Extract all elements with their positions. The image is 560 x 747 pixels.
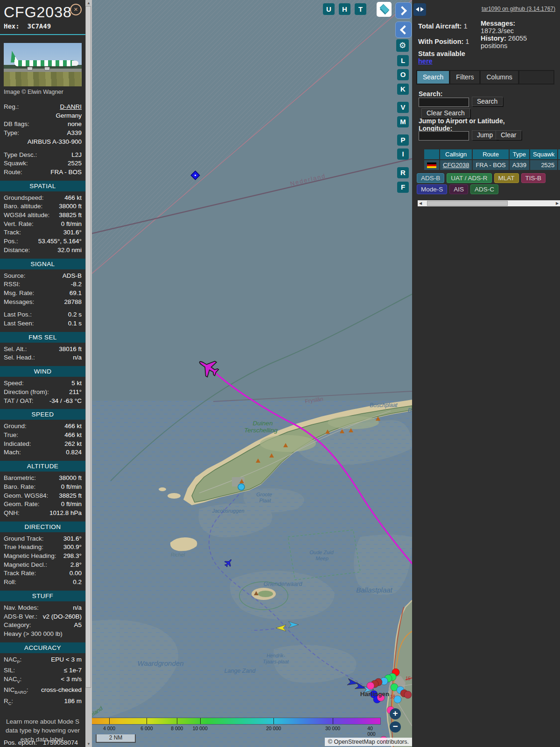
jump-button[interactable]: Jump: [472, 130, 498, 140]
sidebar-collapse-button[interactable]: [395, 21, 412, 38]
data-label: RC:: [4, 697, 13, 708]
data-value: 466 kt: [20, 431, 82, 440]
search-input[interactable]: [419, 98, 469, 107]
data-label: DB flags:: [4, 120, 29, 129]
map-button-t[interactable]: T: [355, 3, 366, 15]
tab-columns[interactable]: Columns: [481, 71, 518, 84]
map-button-i[interactable]: I: [397, 148, 409, 160]
zoom-out-button[interactable]: −: [390, 721, 401, 733]
column-header[interactable]: Alt. (ft): [558, 149, 560, 159]
column-header[interactable]: Route: [473, 149, 508, 159]
callsign-link[interactable]: CFG2038: [443, 162, 469, 169]
scroll-left-icon[interactable]: ◀: [418, 200, 423, 206]
map-attribution[interactable]: © OpenStreetMap contributors.: [325, 738, 412, 746]
scale-tick-label: 40 000: [367, 726, 376, 737]
gear-icon[interactable]: ⚙: [396, 39, 409, 52]
scale-tick: [109, 718, 110, 724]
layers-icon[interactable]: [377, 2, 392, 17]
map[interactable]: NederlandFryslânBoschplaatBoschpDuinenTe…: [92, 0, 412, 747]
map-button-h[interactable]: H: [339, 3, 350, 15]
chevron-left-icon: [400, 25, 409, 35]
map-button-o[interactable]: O: [397, 69, 409, 80]
map-button-u[interactable]: U: [323, 3, 335, 15]
close-icon[interactable]: ×: [70, 4, 82, 15]
sidebar-expand-button[interactable]: [395, 2, 412, 19]
hex-code: Hex: 3C7A49: [4, 22, 82, 30]
data-row: Distance:32.0 nmi: [4, 246, 82, 255]
scale-tick-label: 4 000: [103, 726, 115, 731]
data-row: Reg.:D-ANRI: [4, 103, 82, 112]
scroll-up-icon[interactable]: ▲: [85, 0, 92, 6]
squawk-cell: 2525: [530, 160, 557, 170]
data-label: Geom. Rate:: [4, 500, 40, 509]
data-row: Type Desc.:L2J: [4, 151, 82, 160]
section-header: SPATIAL: [0, 181, 85, 191]
total-aircraft: Total Aircraft: 1: [418, 22, 468, 30]
callsign-cell[interactable]: CFG2038: [440, 160, 472, 170]
data-value: ADS-B: [28, 272, 82, 281]
search-button[interactable]: Search: [472, 97, 503, 106]
toggle-panel-button[interactable]: [413, 3, 426, 16]
map-button-p[interactable]: P: [397, 134, 409, 146]
data-value: A5: [33, 621, 82, 630]
scroll-right-icon[interactable]: ▶: [554, 200, 560, 206]
hex-label: Hex:: [4, 22, 20, 30]
data-value: 32.0 nmi: [32, 246, 82, 255]
jump-input[interactable]: [419, 131, 469, 141]
data-label: True Heading:: [4, 543, 43, 552]
clear-search-button[interactable]: Clear Search: [421, 108, 470, 118]
map-label: Richel: [171, 552, 185, 557]
scale-tick-label: 6 000: [140, 726, 153, 731]
data-label: Magnetic Heading:: [4, 552, 56, 561]
map-button-l[interactable]: L: [397, 55, 409, 66]
data-label: Magnetic Decl.:: [4, 561, 47, 570]
panel-tabs: SearchFiltersColumns: [416, 70, 554, 85]
data-label: TAT / OAT:: [4, 397, 34, 406]
map-button-v[interactable]: V: [397, 102, 409, 113]
data-row: Magnetic Decl.:2.8°: [4, 561, 82, 570]
data-value: 2.8°: [49, 561, 82, 570]
section-header: STUFF: [0, 591, 85, 601]
github-link[interactable]: tar1090 on github (3.14.1767): [482, 6, 555, 12]
data-row: Speed:5 kt: [4, 379, 82, 388]
map-button-r[interactable]: R: [397, 167, 409, 178]
data-value: 466 kt: [46, 194, 82, 203]
zoom-in-button[interactable]: +: [390, 708, 401, 719]
data-label: Heavy (> 300 000 lb): [4, 630, 63, 639]
data-row: Germany: [4, 112, 82, 120]
column-header[interactable]: Type: [510, 149, 529, 159]
map-button-k[interactable]: K: [397, 84, 409, 95]
data-value: 38825 ft: [51, 211, 82, 220]
column-header[interactable]: Callsign: [440, 149, 472, 159]
route-cell: FRA - BOS: [473, 160, 508, 170]
data-value: 38825 ft: [50, 492, 82, 500]
tab-search[interactable]: Search: [417, 71, 449, 84]
data-value[interactable]: D-ANRI: [21, 103, 82, 112]
stats-here-link[interactable]: here: [418, 57, 433, 65]
scrollbar-thumb[interactable]: [85, 6, 91, 688]
sidebar-scrollbar[interactable]: ▲ ▼: [85, 0, 92, 747]
data-label: ADS-B Ver.:: [4, 613, 37, 621]
vessel-dot-harbor[interactable]: [238, 484, 245, 490]
hscrollbar-thumb[interactable]: [427, 201, 508, 206]
photo-aircraft-fuselage: [14, 60, 75, 66]
data-row: SIL:≤ 1e-7: [4, 666, 82, 675]
column-header[interactable]: [424, 149, 439, 159]
table-row[interactable]: CFG2038FRA - BOSA339252538000: [424, 160, 560, 170]
data-label: Messages:: [4, 298, 34, 307]
column-header[interactable]: Squawk: [530, 149, 557, 159]
scroll-down-icon[interactable]: ▼: [85, 741, 92, 747]
data-row: NICBARO:cross-checked: [4, 686, 82, 697]
aircraft-table: CallsignRouteTypeSquawkAlt. (ft) CFG2038…: [423, 148, 560, 171]
map-button-f[interactable]: F: [397, 182, 409, 193]
data-label: Type Desc.:: [4, 151, 37, 160]
table-horizontal-scrollbar[interactable]: ◀ ▶: [418, 200, 560, 206]
altitude-color-scale: 4 0006 0008 00010 00020 00030 00040 000: [92, 718, 380, 724]
tab-filters[interactable]: Filters: [450, 71, 479, 84]
map-button-m[interactable]: M: [397, 116, 409, 127]
data-label: Source:: [4, 272, 26, 281]
data-value: 186 m: [15, 697, 82, 706]
data-label: Direction (from):: [4, 388, 49, 397]
data-value: 0 ft/min: [37, 483, 82, 492]
clear-button[interactable]: Clear: [496, 130, 521, 140]
